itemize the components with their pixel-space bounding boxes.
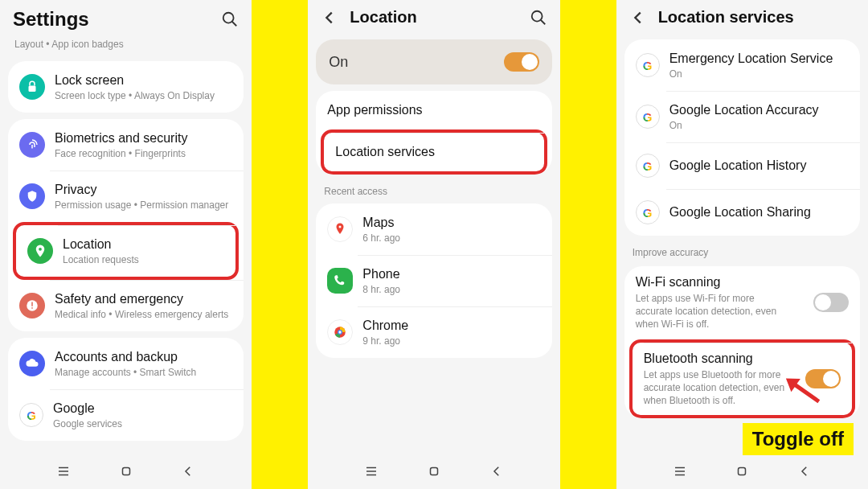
location-master-toggle[interactable]: On [316,39,551,84]
nav-recents-icon[interactable] [364,464,379,482]
svg-point-0 [223,13,234,23]
google-icon: G [636,105,660,129]
svg-line-1 [232,22,237,27]
maps-icon [327,216,353,242]
recent-access-label: Recent access [308,181,559,197]
svg-point-13 [339,226,342,228]
recent-app-phone[interactable]: Phone8 hr. ago [316,255,551,306]
phone-settings: Settings Layout • App icon badges Lock s… [0,0,252,489]
settings-item-google[interactable]: G GoogleGoogle services [8,389,244,441]
nav-home-icon[interactable] [427,464,441,482]
toggle-switch[interactable] [504,52,539,72]
fingerprint-icon [19,132,45,158]
nav-bar [0,457,252,489]
truncated-prev-item: Layout • App icon badges [0,37,252,55]
item-location-accuracy[interactable]: G Google Location AccuracyOn [624,91,860,142]
settings-item-location[interactable]: LocationLocation requests [13,222,239,280]
nav-recents-icon[interactable] [673,464,687,482]
toggle-switch[interactable] [813,293,849,312]
svg-rect-2 [29,86,36,92]
page-title: Settings [13,8,221,31]
nav-home-icon[interactable] [735,464,749,482]
google-icon: G [636,200,660,224]
google-icon: G [636,154,660,178]
nav-bar [308,457,559,489]
search-icon[interactable] [530,9,547,27]
header: Settings [0,0,252,37]
cloud-icon [19,351,45,376]
phone-location: Location On App permissions Location ser… [308,0,559,489]
improve-accuracy-label: Improve accuracy [616,242,868,260]
annotation-toggle-off: Toggle off [743,423,854,455]
google-icon: G [636,53,660,77]
nav-back-icon[interactable] [489,464,504,482]
google-services-list: G Emergency Location ServiceOn G Google … [624,39,860,236]
phone-icon [327,268,353,294]
nav-bar [616,457,868,489]
settings-item-safety[interactable]: Safety and emergencyMedical info • Wirel… [8,280,244,331]
recent-access-list: Maps6 hr. ago Phone8 hr. ago Chrome9 hr.… [316,203,551,358]
svg-rect-10 [122,468,129,475]
item-wifi-scanning[interactable]: Wi-Fi scanningLet apps use Wi-Fi for mor… [624,266,860,339]
svg-point-16 [339,331,342,333]
svg-line-12 [540,19,545,24]
settings-item-privacy[interactable]: PrivacyPermission usage • Permission man… [8,171,244,222]
svg-point-3 [39,248,42,251]
item-app-permissions[interactable]: App permissions [316,91,551,129]
recent-app-maps[interactable]: Maps6 hr. ago [316,203,551,255]
recent-app-chrome[interactable]: Chrome9 hr. ago [316,306,551,358]
settings-group-1: Lock screenScreen lock type • Always On … [8,61,244,113]
settings-item-accounts[interactable]: Accounts and backupManage accounts • Sma… [8,338,244,389]
nav-back-icon[interactable] [181,464,195,482]
location-items: App permissions Location services [316,91,551,175]
nav-back-icon[interactable] [797,464,812,482]
phone-location-services: Location services G Emergency Location S… [616,0,868,489]
alert-icon [19,293,45,318]
header: Location [308,0,559,33]
page-title: Location [350,8,529,27]
svg-point-11 [531,10,542,21]
settings-group-2: Biometrics and securityFace recognition … [8,119,244,331]
page-title: Location services [658,8,855,27]
nav-home-icon[interactable] [119,464,133,482]
shield-icon [19,183,45,209]
search-icon[interactable] [221,10,239,28]
item-location-services[interactable]: Location services [321,129,547,175]
svg-rect-24 [739,468,746,475]
item-emergency-location[interactable]: G Emergency Location ServiceOn [624,39,860,91]
google-icon: G [19,403,43,427]
svg-rect-6 [31,307,33,309]
settings-item-lock-screen[interactable]: Lock screenScreen lock type • Always On … [8,61,244,113]
item-location-sharing[interactable]: G Google Location Sharing [624,189,860,236]
back-icon[interactable] [629,9,647,27]
nav-recents-icon[interactable] [56,464,71,482]
header: Location services [616,0,868,33]
svg-rect-20 [430,468,437,475]
item-location-history[interactable]: G Google Location History [624,142,860,189]
pin-icon [27,238,53,264]
svg-rect-5 [31,302,33,306]
settings-item-biometrics[interactable]: Biometrics and securityFace recognition … [8,119,244,171]
chrome-icon [327,319,353,345]
lock-icon [19,74,45,100]
back-icon[interactable] [321,9,338,27]
settings-group-3: Accounts and backupManage accounts • Sma… [8,338,244,441]
